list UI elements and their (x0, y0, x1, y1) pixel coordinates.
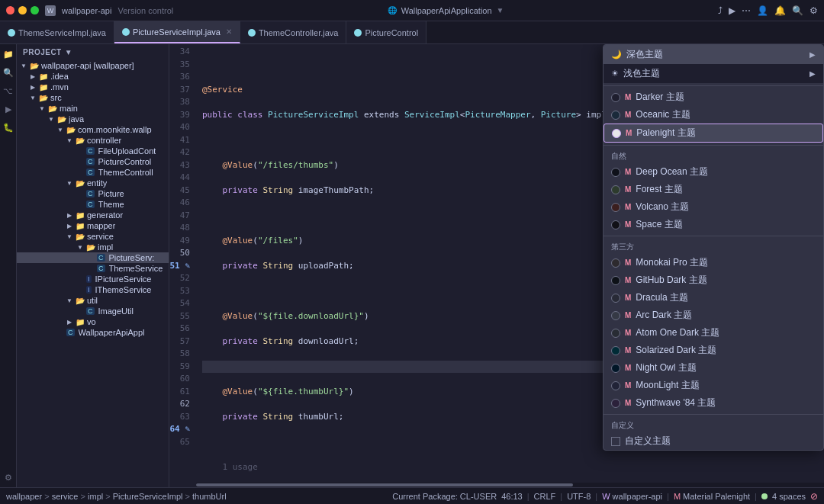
tree-generator[interactable]: ▶ 📁 generator (17, 210, 169, 220)
tree-mvn[interactable]: ▶ 📁 .mvn (17, 82, 169, 92)
theme-item-volcano[interactable]: M Volcano 主题 (604, 198, 823, 216)
file-type-icon: C (97, 254, 105, 262)
run-icon[interactable]: ▶ (729, 5, 735, 16)
theme-item-monokai[interactable]: M Monokai Pro 主题 (604, 254, 823, 271)
breadcrumb-impl[interactable]: impl (88, 492, 103, 501)
tree-label: wallpaper-api [wallpaper] (41, 61, 134, 70)
maximize-button[interactable] (31, 6, 39, 14)
menu-divider (604, 414, 823, 415)
expand-arrow: ▼ (47, 116, 55, 123)
share-icon[interactable]: ⤴ (718, 5, 723, 16)
w-icon: W (602, 492, 610, 501)
search-icon[interactable]: 🔍 (792, 5, 803, 16)
theme-item-label: Night Owl 主题 (636, 361, 696, 374)
light-theme-trigger[interactable]: ☀ 浅色主题 ▶ (604, 64, 823, 83)
tree-file-themecontroller[interactable]: C ThemeControll (17, 167, 169, 178)
tree-root[interactable]: ▼ 📂 wallpaper-api [wallpaper] (17, 60, 169, 71)
expand-arrow: ▶ (29, 84, 37, 91)
tree-idea[interactable]: ▶ 📁 .idea (17, 71, 169, 82)
theme-m-icon: M (625, 294, 631, 302)
status-spaces[interactable]: 4 spaces (772, 492, 806, 501)
breadcrumb-method[interactable]: thumbUrl (192, 492, 227, 501)
activity-project-icon[interactable]: 📁 (2, 47, 15, 61)
tree-file-ipictureservice[interactable]: I IPictureService (17, 274, 169, 284)
tab-label: PictureServiceImpl.java (133, 27, 220, 37)
theme-item-darker[interactable]: M Darker 主题 (604, 88, 823, 106)
tab-theme-service-impl[interactable]: ThemeServiceImpl.java (0, 21, 114, 43)
tree-file-pictureserv[interactable]: C PictureServ: (17, 252, 169, 263)
theme-menu[interactable]: 🌙 深色主题 ▶ ☀ 浅色主题 ▶ M Darker 主题 M Oceanic … (603, 44, 824, 451)
theme-item-dracula[interactable]: M Dracula 主题 (604, 289, 823, 307)
tree-service[interactable]: ▼ 📂 service (17, 231, 169, 242)
close-button[interactable] (6, 6, 14, 14)
theme-item-forest[interactable]: M Forest 主题 (604, 181, 823, 198)
tab-theme-controller[interactable]: ThemeController.java (240, 21, 347, 43)
minimize-button[interactable] (18, 6, 27, 14)
title-bar-actions: ⤴ ▶ ⋯ 👤 🔔 🔍 ⚙ (718, 5, 818, 16)
activity-search-icon[interactable]: 🔍 (2, 66, 15, 79)
theme-item-night-owl[interactable]: M Night Owl 主题 (604, 359, 823, 377)
breadcrumb-wallpaper[interactable]: wallpaper (6, 492, 42, 501)
activity-git-icon[interactable]: ⌥ (2, 84, 15, 98)
tree-vo[interactable]: ▶ 📁 vo (17, 316, 169, 327)
theme-color-dot (611, 220, 620, 230)
activity-run-icon[interactable]: ▶ (2, 102, 15, 116)
status-charset[interactable]: UTF-8 (567, 492, 591, 501)
theme-item-atom-one-dark[interactable]: M Atom One Dark 主题 (604, 324, 823, 342)
activity-debug-icon[interactable]: 🐛 (2, 120, 15, 134)
breadcrumb-service[interactable]: service (52, 492, 79, 501)
scrollbar-thumb[interactable] (196, 483, 573, 486)
settings-icon[interactable]: ⚙ (810, 5, 818, 16)
tree-file-wallpaperapiappl[interactable]: C WallpaperApiAppl (17, 327, 169, 338)
theme-item-solarized-dark[interactable]: M Solarized Dark 主题 (604, 342, 823, 359)
theme-item-moonlight[interactable]: M MoonLight 主题 (604, 377, 823, 394)
tree-file-picture[interactable]: C Picture (17, 188, 169, 199)
tab-close-icon[interactable]: ✕ (226, 27, 232, 36)
tree-file-ithemeservice[interactable]: I IThemeService (17, 284, 169, 295)
status-line-ending[interactable]: CRLF (534, 492, 556, 501)
tree-package[interactable]: ▼ 📂 com.moonkite.wallp (17, 124, 169, 135)
tree-file-picturecontrol[interactable]: C PictureControl (17, 156, 169, 167)
sidebar-project-dropdown[interactable]: ▼ (65, 48, 72, 56)
tree-entity[interactable]: ▼ 📂 entity (17, 178, 169, 188)
more-icon[interactable]: ⋯ (742, 5, 751, 16)
tab-picture-service-impl[interactable]: PictureServiceImpl.java ✕ (114, 21, 240, 43)
tree-java[interactable]: ▼ 📂 java (17, 114, 169, 124)
user-icon[interactable]: 👤 (757, 5, 768, 16)
horizontal-scrollbar[interactable] (196, 483, 824, 487)
status-theme[interactable]: M Material Palenight (674, 492, 750, 501)
theme-item-palenight[interactable]: M Palenight 主题 (604, 124, 823, 143)
tree-src[interactable]: ▼ 📂 src (17, 92, 169, 103)
theme-item-oceanic[interactable]: M Oceanic 主题 (604, 106, 823, 124)
tree-file-themeservice[interactable]: C ThemeService (17, 263, 169, 274)
dark-theme-trigger[interactable]: 🌙 深色主题 ▶ (604, 45, 823, 64)
theme-item-github-dark[interactable]: M GitHub Dark 主题 (604, 271, 823, 289)
status-position[interactable]: 46:13 (501, 492, 523, 501)
notification-icon[interactable]: 🔔 (774, 5, 786, 16)
tab-icon (8, 29, 15, 37)
theme-item-synthwave[interactable]: M Synthwave '84 主题 (604, 394, 823, 412)
theme-item-deepocean[interactable]: M Deep Ocean 主题 (604, 163, 823, 181)
status-sep: | (560, 492, 562, 501)
theme-item-space[interactable]: M Space 主题 (604, 216, 823, 233)
tree-impl[interactable]: ▼ 📂 impl (17, 242, 169, 252)
breadcrumb-file[interactable]: PictureServiceImpl (113, 492, 183, 501)
breadcrumb-sep: > (185, 492, 192, 501)
tree-util[interactable]: ▼ 📂 util (17, 295, 169, 306)
tree-file-theme[interactable]: C Theme (17, 199, 169, 210)
tree-file-imageutil[interactable]: C ImageUtil (17, 306, 169, 316)
theme-item-custom[interactable]: 自定义主题 (604, 432, 823, 450)
status-bar: wallpaper > service > impl > PictureServ… (0, 487, 824, 504)
activity-settings-icon[interactable]: ⚙ (2, 470, 15, 484)
tree-mapper[interactable]: ▶ 📁 mapper (17, 220, 169, 231)
tree-label: Picture (98, 189, 124, 198)
expand-arrow: ▼ (66, 180, 73, 187)
status-error-icon[interactable]: ⊘ (810, 491, 818, 502)
tree-file-fileupload[interactable]: C FileUploadCont (17, 146, 169, 156)
tree-main[interactable]: ▼ 📂 main (17, 103, 169, 114)
tree-controller[interactable]: ▼ 📂 controller (17, 135, 169, 146)
theme-item-arc-dark[interactable]: M Arc Dark 主题 (604, 307, 823, 324)
tree-label: controller (87, 136, 121, 145)
status-branch[interactable]: W wallpaper-api (602, 492, 662, 501)
tab-picture-control[interactable]: PictureControl (346, 21, 426, 43)
